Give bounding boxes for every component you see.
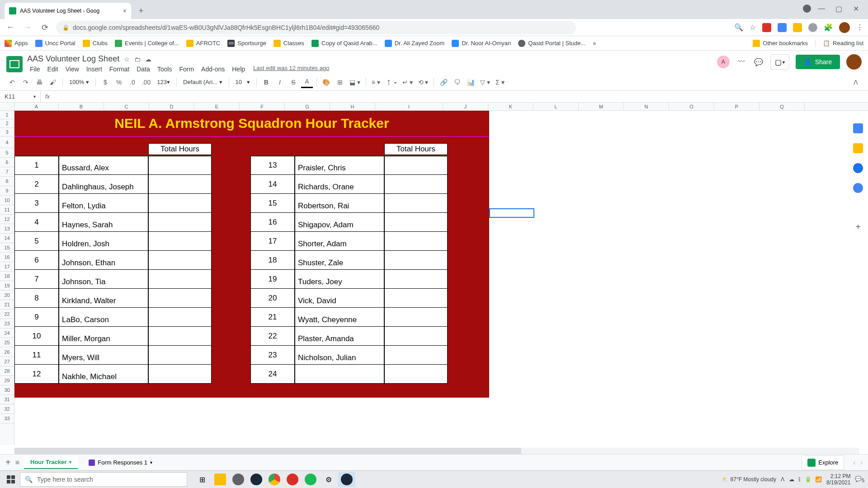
hours-cell[interactable]	[148, 213, 212, 232]
row-header-7[interactable]: 7	[0, 167, 14, 177]
ext-icon-2[interactable]	[793, 23, 802, 32]
move-icon[interactable]: 🗀	[134, 56, 141, 63]
onedrive-icon[interactable]: ☁	[789, 476, 794, 483]
zoom-icon[interactable]: 🔍	[734, 23, 743, 32]
row-header-16[interactable]: 16	[0, 253, 14, 262]
bookmark-star-icon[interactable]: ☆	[750, 23, 756, 32]
bookmark-events[interactable]: Events | College of...	[115, 40, 179, 47]
hours-cell[interactable]	[148, 308, 212, 327]
menu-view[interactable]: View	[63, 65, 82, 74]
steam-icon-2[interactable]	[338, 472, 355, 487]
col-header-G[interactable]: G	[285, 103, 330, 110]
steam-icon[interactable]	[248, 472, 265, 487]
selected-cell[interactable]	[489, 208, 534, 218]
row-header-23[interactable]: 23	[0, 319, 14, 328]
extensions-icon[interactable]: 🧩	[824, 23, 833, 32]
row-header-25[interactable]: 25	[0, 338, 14, 347]
hours-cell[interactable]	[384, 346, 448, 365]
taskbar-search[interactable]: 🔍Type here to search	[20, 472, 187, 487]
chevron-down-icon[interactable]: ▾	[150, 460, 152, 465]
calendar-icon[interactable]	[853, 123, 863, 133]
menu-format[interactable]: Format	[107, 65, 132, 74]
row-header-2[interactable]: 2	[0, 119, 14, 128]
menu-data[interactable]: Data	[134, 65, 153, 74]
bookmark-qasid-copy[interactable]: Copy of Qasid Arab...	[311, 40, 377, 47]
row-header-10[interactable]: 10	[0, 196, 14, 205]
name-box[interactable]: K11▾	[0, 91, 41, 102]
browser-tab[interactable]: AAS Volunteer Log Sheet - Goog ×	[5, 3, 131, 19]
bold-icon[interactable]: B	[260, 76, 272, 88]
col-header-K[interactable]: K	[488, 103, 533, 110]
hours-cell[interactable]	[384, 213, 448, 232]
font-select[interactable]: Default (Ari... ▾	[180, 79, 225, 85]
menu-insert[interactable]: Insert	[84, 65, 105, 74]
collapse-toolbar-icon[interactable]: ᐱ	[850, 76, 862, 88]
close-window-icon[interactable]: ✕	[849, 2, 863, 15]
other-bookmarks[interactable]: Other bookmarks	[753, 40, 808, 47]
wifi-icon[interactable]: 📶	[815, 476, 822, 483]
weather-widget[interactable]: ⛅ 87°F Mostly cloudy	[722, 476, 776, 483]
hours-cell[interactable]	[148, 194, 212, 213]
italic-icon[interactable]: I	[274, 76, 286, 88]
row-header-3[interactable]: 3	[0, 128, 14, 136]
hours-cell[interactable]	[384, 232, 448, 251]
side-panel-add-icon[interactable]: +	[855, 222, 861, 232]
row-header-13[interactable]: 13	[0, 224, 14, 234]
hours-cell[interactable]	[148, 251, 212, 270]
col-header-P[interactable]: P	[714, 103, 760, 110]
sheet-tab-form-responses[interactable]: Form Responses 1▾	[82, 456, 159, 469]
ext-icon-3[interactable]	[808, 23, 817, 32]
bookmark-classes[interactable]: Classes	[274, 40, 304, 47]
hours-cell[interactable]	[384, 365, 448, 384]
sheet-scroll-left-icon[interactable]: ‹	[853, 459, 855, 467]
row-header-5[interactable]: 5	[0, 148, 14, 158]
keep-icon[interactable]	[853, 143, 863, 153]
all-sheets-icon[interactable]: ≡	[15, 459, 19, 467]
row-header-18[interactable]: 18	[0, 272, 14, 281]
select-all-corner[interactable]	[0, 103, 14, 111]
hours-cell[interactable]	[148, 289, 212, 308]
redo-icon[interactable]: ↷	[20, 76, 32, 88]
increase-decimal-icon[interactable]: .00	[140, 76, 152, 88]
row-header-26[interactable]: 26	[0, 347, 14, 357]
url-input[interactable]: 🔒 docs.google.com/spreadsheets/d/1waES-w…	[56, 21, 576, 34]
close-tab-icon[interactable]: ×	[123, 7, 127, 14]
settings-icon[interactable]: ⚙	[320, 472, 337, 487]
functions-icon[interactable]: Σ ▾	[494, 76, 506, 88]
hours-cell[interactable]	[384, 270, 448, 289]
bookmark-afrotc[interactable]: AFROTC	[186, 40, 220, 47]
reload-icon[interactable]: ⟳	[39, 22, 51, 33]
merge-icon[interactable]: ⬓ ▾	[348, 76, 362, 88]
comments-icon[interactable]: 💬	[753, 56, 764, 67]
row-header-29[interactable]: 29	[0, 376, 14, 385]
menu-addons[interactable]: Add-ons	[198, 65, 227, 74]
bookmark-zoom-noor[interactable]: Dr. Noor Al-Omyan	[452, 40, 511, 47]
hours-cell[interactable]	[148, 175, 212, 194]
bookmark-zoom-ali[interactable]: Dr. Ali Zayed Zoom	[385, 40, 445, 47]
sheet-canvas[interactable]: NEIL A. Armstrong Squadron Hour Tracker …	[14, 111, 868, 445]
cloud-status-icon[interactable]: ☁	[145, 56, 151, 63]
col-header-Q[interactable]: Q	[760, 103, 805, 110]
row-header-22[interactable]: 22	[0, 310, 14, 319]
col-header-I[interactable]: I	[375, 103, 443, 110]
col-header-B[interactable]: B	[59, 103, 104, 110]
taskbar-app-1[interactable]	[230, 472, 247, 487]
hours-cell[interactable]	[148, 327, 212, 346]
col-header-E[interactable]: E	[194, 103, 240, 110]
battery-icon[interactable]: 🔋	[805, 476, 811, 483]
ext-icon-1[interactable]	[778, 23, 787, 32]
contacts-icon[interactable]	[853, 183, 863, 193]
col-header-D[interactable]: D	[149, 103, 194, 110]
row-header-19[interactable]: 19	[0, 281, 14, 291]
text-color-icon[interactable]: A	[301, 76, 313, 88]
menu-form[interactable]: Form	[176, 65, 197, 74]
hours-cell[interactable]	[148, 346, 212, 365]
row-header-31[interactable]: 31	[0, 395, 14, 404]
forward-icon[interactable]: →	[22, 22, 33, 33]
apps-shortcut[interactable]: Apps	[5, 40, 28, 47]
currency-icon[interactable]: $	[99, 76, 111, 88]
menu-tools[interactable]: Tools	[155, 65, 175, 74]
present-button[interactable]: ▢▾	[770, 54, 789, 70]
row-header-15[interactable]: 15	[0, 243, 14, 253]
bookmark-uncc[interactable]: Uncc Portal	[35, 40, 75, 47]
